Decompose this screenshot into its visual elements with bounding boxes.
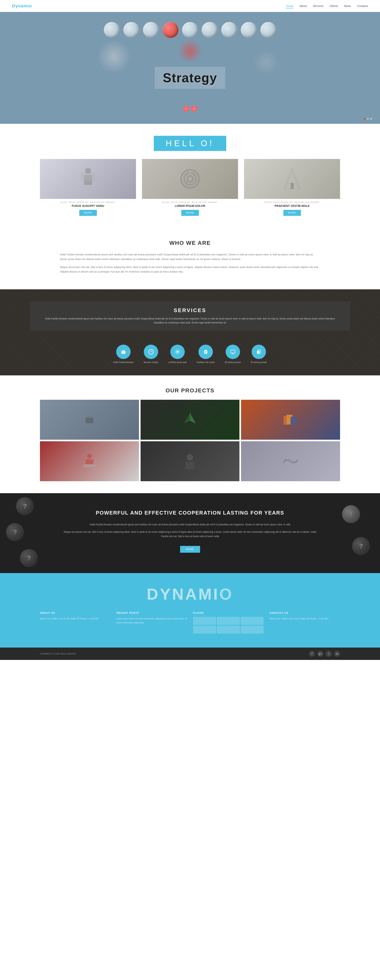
hero-balls xyxy=(0,22,380,38)
services-icons: Hulla Facilisi Aenean Aenean recteio xyxy=(30,345,350,363)
service-item-5: Et tineas ponere xyxy=(225,345,241,363)
hero-next-button[interactable]: › xyxy=(191,105,197,112)
hello-card-1: BLUNT VALVE DENIM INT. RIGH DELISH VARIA… xyxy=(40,159,136,216)
nav-item-about[interactable]: About xyxy=(299,4,307,8)
who-para-2: Neque accumsan nisi nat. Deli in lacs et… xyxy=(60,265,320,274)
nav-item-clients[interactable]: Clients xyxy=(329,4,338,8)
footer-col-posts-text: Lorem ipsum dolor sit amet consectetur a… xyxy=(116,617,187,625)
service-label-2: Aenean recteio xyxy=(143,361,158,363)
svg-rect-6 xyxy=(189,170,191,175)
project-item-2[interactable] xyxy=(141,400,240,440)
project-item-1[interactable] xyxy=(40,400,139,440)
deco-ball-1: ? xyxy=(16,497,34,515)
svg-rect-34 xyxy=(291,417,297,425)
footer-col-about-title: ABOUT US xyxy=(40,611,110,614)
service-label-5: Et tineas ponere xyxy=(225,361,241,363)
service-label-3: LuPellis ipsum pint xyxy=(169,361,187,363)
nav-menu: Home About Services Clients News Contact… xyxy=(286,4,368,8)
coop-section: ? ? ? ! ? POWERFUL AND EFFECTIVE COOPERA… xyxy=(0,493,380,573)
nav-item-contacts[interactable]: Contacts xyxy=(357,4,368,8)
hello-card-3-more-button[interactable]: MORE xyxy=(283,210,301,216)
project-item-4[interactable] xyxy=(40,441,139,481)
footer-cols: ABOUT US Adres Line 1 Adres Line 2 City,… xyxy=(40,611,340,633)
nav-item-services[interactable]: Services xyxy=(313,4,323,8)
logo[interactable]: Dynamio xyxy=(12,3,32,9)
social-linkedin[interactable]: in xyxy=(334,651,340,657)
deco-ball-3: ? xyxy=(20,549,38,567)
hero-dot-1[interactable] xyxy=(364,118,366,120)
svg-rect-19 xyxy=(205,350,207,351)
who-para-1: Hulla Facilisi Aenean recteincidunie ips… xyxy=(60,252,320,262)
service-icon-6 xyxy=(251,345,266,359)
hello-card-2-more-button[interactable]: MORE xyxy=(181,210,199,216)
coop-more-button[interactable]: MORE xyxy=(180,546,200,553)
hero-title: Strategy xyxy=(163,70,217,85)
services-box: SERVICES Hulla Facilisi Aenean recteinci… xyxy=(30,301,350,331)
hero-section: Strategy ‹ › xyxy=(0,12,380,124)
service-item-1: Hulla Facilisi Aenean xyxy=(113,345,134,363)
hello-section: HELL O! BLUNT VALVE DENIM INT. RIGH DELI… xyxy=(0,124,380,228)
svg-rect-26 xyxy=(257,351,259,354)
service-icon-1 xyxy=(116,345,130,359)
hero-dot-2[interactable] xyxy=(367,118,369,120)
hello-card-2-title: LOREM IPSUM DOLOR xyxy=(142,204,238,207)
logo-accent: o xyxy=(29,3,32,8)
project-item-3[interactable] xyxy=(241,400,340,440)
hello-card-3-title: PRAESENT VESTIB MOLE xyxy=(244,204,340,207)
service-item-6: Et tineas ponere xyxy=(251,345,267,363)
nav-item-home[interactable]: Home xyxy=(286,4,293,8)
footer-col-about: ABOUT US Adres Line 1 Adres Line 2 City,… xyxy=(40,611,110,633)
service-item-2: Aenean recteio xyxy=(143,345,158,363)
footer-col-posts-title: RECENT POSTS xyxy=(116,611,187,614)
svg-rect-18 xyxy=(204,350,207,354)
services-desc: Hulla Facilisi Aenean recteincidunie ips… xyxy=(42,317,338,325)
projects-grid xyxy=(40,400,340,481)
hero-prev-button[interactable]: ‹ xyxy=(183,105,189,112)
hello-card-1-image xyxy=(40,159,136,199)
hello-card-3-subtitle: BLUNT VALVE DENIM INT. RIGH DELISH VARIA… xyxy=(244,201,340,204)
svg-rect-23 xyxy=(231,350,235,353)
hello-card-1-subtitle: BLUNT VALVE DENIM INT. RIGH DELISH VARIA… xyxy=(40,201,136,204)
hero-text-box: Strategy xyxy=(155,67,225,89)
service-item-4: Facillius rist Lurtos xyxy=(197,345,215,363)
footer-socials: f g+ t in xyxy=(309,651,340,657)
footer-col-flickr: FLICKR xyxy=(193,611,264,633)
hello-card-1-more-button[interactable]: MORE xyxy=(79,210,97,216)
social-twitter[interactable]: t xyxy=(326,651,332,657)
hello-card-3: BLUNT VALVE DENIM INT. RIGH DELISH VARIA… xyxy=(244,159,340,216)
ball-6 xyxy=(202,22,218,38)
footer-logo-text: DYNAMI xyxy=(147,585,219,603)
project-item-5[interactable] xyxy=(141,441,240,481)
footer-logo-accent: O xyxy=(219,585,233,603)
footer-col-contact-text: Adres Line 1 Adres Line 2 City, State ZI… xyxy=(270,617,340,621)
service-icon-3 xyxy=(170,345,185,359)
svg-rect-39 xyxy=(186,461,194,469)
deco-ball-5: ? xyxy=(352,537,370,555)
svg-rect-11 xyxy=(122,350,124,352)
coop-title: POWERFUL AND EFFECTIVE COOPERATION LASTI… xyxy=(60,509,320,516)
who-section: WHO WE ARE Hulla Facilisi Aenean rectein… xyxy=(0,228,380,290)
service-label-4: Facillius rist Lurtos xyxy=(197,361,215,363)
svg-marker-31 xyxy=(190,413,196,424)
ball-9 xyxy=(261,22,277,38)
hello-card-2-image xyxy=(142,159,238,199)
svg-rect-2 xyxy=(81,173,95,181)
navbar: Dynamio Home About Services Clients News… xyxy=(0,0,380,12)
hero-nav-arrows: ‹ › xyxy=(183,105,197,112)
hero-dot-3[interactable] xyxy=(370,118,372,120)
service-label-1: Hulla Facilisi Aenean xyxy=(113,361,134,363)
service-item-3: LuPellis ipsum pint xyxy=(169,345,187,363)
social-facebook[interactable]: f xyxy=(309,651,315,657)
ball-8 xyxy=(241,22,257,38)
svg-rect-12 xyxy=(123,352,124,352)
nav-item-news[interactable]: News xyxy=(344,4,351,8)
svg-point-38 xyxy=(187,454,193,460)
ball-3 xyxy=(143,22,159,38)
hello-title: HELL O! xyxy=(166,138,215,148)
who-title: WHO WE ARE xyxy=(60,240,320,246)
service-label-6: Et tineas ponere xyxy=(251,361,267,363)
social-googleplus[interactable]: g+ xyxy=(317,651,323,657)
deco-ball-4: ! xyxy=(342,505,360,523)
hello-card-1-title: FUSCE SUSCIPIT VARIU xyxy=(40,204,136,207)
project-item-6[interactable] xyxy=(241,441,340,481)
